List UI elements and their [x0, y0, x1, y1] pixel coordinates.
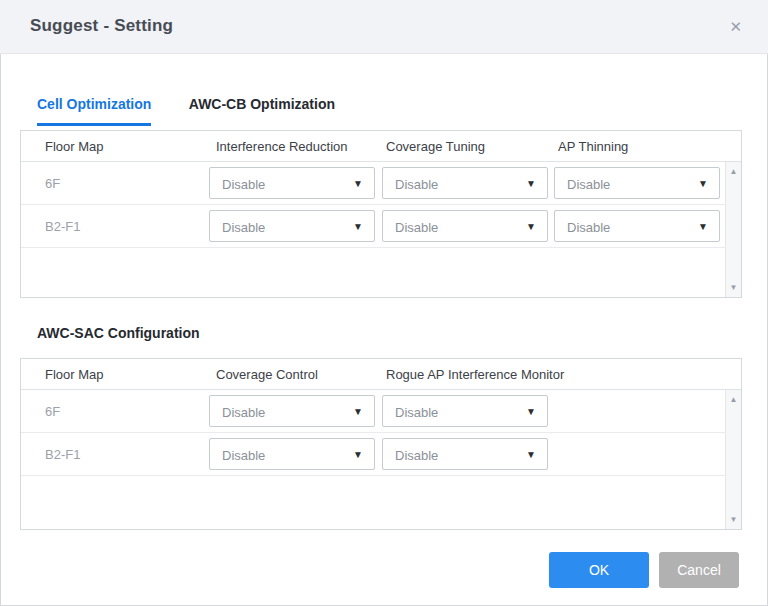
col-header-interference-reduction: Interference Reduction [216, 139, 348, 154]
chevron-down-icon: ▼ [353, 178, 363, 190]
col-header-ap-thinning: AP Thinning [558, 139, 628, 154]
awc-sac-section-title: AWC-SAC Configuration [37, 325, 200, 341]
chevron-down-icon: ▼ [526, 221, 536, 233]
scroll-up-icon[interactable]: ▲ [726, 167, 741, 176]
col-header-floor-map: Floor Map [45, 367, 104, 382]
coverage-tuning-select-b2-f1[interactable]: Disable ▼ [382, 210, 548, 242]
chevron-down-icon: ▼ [526, 178, 536, 190]
scroll-up-icon[interactable]: ▲ [726, 395, 741, 404]
ok-button[interactable]: OK [549, 552, 649, 588]
cancel-button[interactable]: Cancel [659, 552, 739, 588]
scroll-down-icon[interactable]: ▼ [726, 515, 741, 524]
select-value: Disable [395, 220, 438, 235]
floor-map-label: 6F [45, 176, 60, 191]
table-row-6f: 6F Disable ▼ Disable ▼ Disable ▼ [21, 162, 741, 205]
suggest-setting-dialog: { "dialog": { "title": "Suggest - Settin… [0, 0, 768, 606]
select-value: Disable [567, 177, 610, 192]
select-value: Disable [222, 220, 265, 235]
cell-optimization-table: Floor Map Interference Reduction Coverag… [20, 130, 742, 298]
cell-table-scrollbar[interactable]: ▲ ▼ [725, 162, 741, 297]
floor-map-label: B2-F1 [45, 447, 80, 462]
rogue-ap-monitor-select-6f[interactable]: Disable ▼ [382, 395, 548, 427]
close-icon[interactable]: ✕ [729, 17, 742, 37]
col-header-floor-map: Floor Map [45, 139, 104, 154]
tab-cell-optimization[interactable]: Cell Optimization [37, 96, 151, 126]
floor-map-label: 6F [45, 404, 60, 419]
awc-sac-table: Floor Map Coverage Control Rogue AP Inte… [20, 358, 742, 530]
select-value: Disable [222, 177, 265, 192]
chevron-down-icon: ▼ [698, 221, 708, 233]
cell-table-header-row: Floor Map Interference Reduction Coverag… [21, 131, 741, 162]
chevron-down-icon: ▼ [353, 406, 363, 418]
coverage-control-select-b2-f1[interactable]: Disable ▼ [209, 438, 375, 470]
table-row-b2-f1: B2-F1 Disable ▼ Disable ▼ Disable ▼ [21, 205, 741, 248]
sac-table-header-row: Floor Map Coverage Control Rogue AP Inte… [21, 359, 741, 390]
table-row-b2-f1: B2-F1 Disable ▼ Disable ▼ [21, 433, 741, 476]
select-value: Disable [395, 448, 438, 463]
col-header-rogue-ap-interference-monitor: Rogue AP Interference Monitor [386, 367, 564, 382]
rogue-ap-monitor-select-b2-f1[interactable]: Disable ▼ [382, 438, 548, 470]
select-value: Disable [222, 405, 265, 420]
ap-thinning-select-b2-f1[interactable]: Disable ▼ [554, 210, 720, 242]
sac-table-scrollbar[interactable]: ▲ ▼ [725, 390, 741, 529]
select-value: Disable [395, 405, 438, 420]
coverage-tuning-select-6f[interactable]: Disable ▼ [382, 167, 548, 199]
col-header-coverage-tuning: Coverage Tuning [386, 139, 485, 154]
interference-reduction-select-b2-f1[interactable]: Disable ▼ [209, 210, 375, 242]
interference-reduction-select-6f[interactable]: Disable ▼ [209, 167, 375, 199]
table-row-6f: 6F Disable ▼ Disable ▼ [21, 390, 741, 433]
floor-map-label: B2-F1 [45, 219, 80, 234]
dialog-title: Suggest - Setting [30, 16, 173, 36]
col-header-coverage-control: Coverage Control [216, 367, 318, 382]
coverage-control-select-6f[interactable]: Disable ▼ [209, 395, 375, 427]
chevron-down-icon: ▼ [526, 406, 536, 418]
chevron-down-icon: ▼ [698, 178, 708, 190]
select-value: Disable [567, 220, 610, 235]
select-value: Disable [222, 448, 265, 463]
tab-awc-cb-optimization[interactable]: AWC-CB Optimization [189, 96, 335, 123]
ap-thinning-select-6f[interactable]: Disable ▼ [554, 167, 720, 199]
chevron-down-icon: ▼ [353, 449, 363, 461]
chevron-down-icon: ▼ [526, 449, 536, 461]
tab-bar: Cell Optimization AWC-CB Optimization [37, 96, 335, 126]
select-value: Disable [395, 177, 438, 192]
chevron-down-icon: ▼ [353, 221, 363, 233]
scroll-down-icon[interactable]: ▼ [726, 283, 741, 292]
dialog-header: Suggest - Setting ✕ [0, 0, 768, 54]
